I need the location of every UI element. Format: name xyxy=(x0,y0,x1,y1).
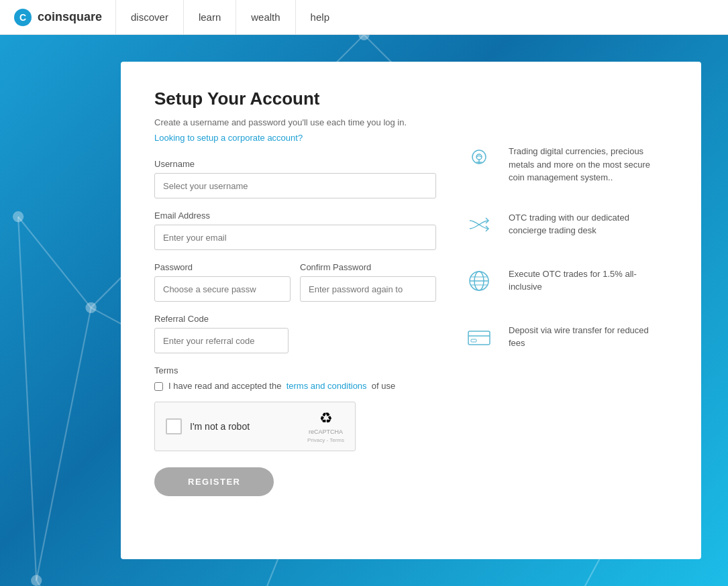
signup-card: Setup Your Account Create a username and… xyxy=(121,62,701,559)
svg-text:C: C xyxy=(19,12,26,23)
terms-conditions-link[interactable]: terms and conditions xyxy=(287,381,367,391)
feature-deposit: Deposit via wire transfer for reduced fe… xyxy=(463,321,664,353)
svg-line-19 xyxy=(18,217,36,581)
recaptcha-label: I'm not a robot xyxy=(190,421,299,432)
nav-discover[interactable]: discover xyxy=(115,0,183,34)
logo[interactable]: C coinsquare xyxy=(13,8,102,27)
corporate-account-link[interactable]: Looking to setup a corporate account? xyxy=(154,133,436,143)
recaptcha-widget[interactable]: I'm not a robot ♻ reCAPTCHA Privacy - Te… xyxy=(154,402,356,451)
features-section: Trading digital currencies, precious met… xyxy=(436,89,664,532)
svg-point-23 xyxy=(85,302,96,313)
feature-shuffle-icon xyxy=(463,209,495,241)
form-section: Setup Your Account Create a username and… xyxy=(154,89,436,532)
email-field-group: Email Address xyxy=(154,211,436,250)
feature-otc-execute: Execute OTC trades for 1.5% all-inclusiv… xyxy=(463,265,664,297)
svg-point-22 xyxy=(358,35,369,40)
svg-rect-45 xyxy=(468,331,490,345)
password-group: Password xyxy=(154,262,291,302)
svg-rect-47 xyxy=(471,339,476,342)
svg-point-25 xyxy=(31,575,42,586)
feature-otc-trading-text: OTC trading with our dedicated concierge… xyxy=(509,209,664,237)
recaptcha-brand: reCAPTCHA xyxy=(309,428,343,436)
email-label: Email Address xyxy=(154,211,436,221)
referral-label: Referral Code xyxy=(154,314,436,324)
logo-icon: C xyxy=(13,8,32,27)
feature-security-text: Trading digital currencies, precious met… xyxy=(509,142,664,184)
recaptcha-logo: ♻ reCAPTCHA Privacy - Terms xyxy=(307,410,344,443)
feature-security-icon xyxy=(463,142,495,174)
nav-learn[interactable]: learn xyxy=(183,0,236,34)
feature-security: Trading digital currencies, precious met… xyxy=(463,142,664,184)
username-label: Username xyxy=(154,159,436,169)
username-field-group: Username xyxy=(154,159,436,198)
email-input[interactable] xyxy=(154,225,436,250)
feature-otc-execute-text: Execute OTC trades for 1.5% all-inclusiv… xyxy=(509,265,664,294)
svg-line-4 xyxy=(36,308,91,581)
referral-field-group: Referral Code xyxy=(154,314,436,353)
recaptcha-privacy: Privacy - Terms xyxy=(307,437,344,443)
feature-otc-trading: OTC trading with our dedicated concierge… xyxy=(463,209,664,241)
main-content: Setup Your Account Create a username and… xyxy=(0,35,728,586)
username-input[interactable] xyxy=(154,173,436,198)
nav-wealth[interactable]: wealth xyxy=(236,0,295,34)
svg-point-34 xyxy=(13,211,23,222)
referral-input[interactable] xyxy=(154,328,289,353)
terms-text: I have read and accepted the terms and c… xyxy=(168,381,395,391)
terms-section: Terms I have read and accepted the terms… xyxy=(154,365,436,391)
terms-checkbox[interactable] xyxy=(154,382,163,391)
svg-line-7 xyxy=(36,581,182,586)
recaptcha-checkbox[interactable] xyxy=(166,418,182,434)
feature-deposit-text: Deposit via wire transfer for reduced fe… xyxy=(509,321,664,350)
header: C coinsquare discover learn wealth help xyxy=(0,0,728,35)
password-input[interactable] xyxy=(154,276,291,302)
page-title: Setup Your Account xyxy=(154,89,436,109)
register-button[interactable]: REGISTER xyxy=(154,467,274,496)
confirm-password-group: Confirm Password xyxy=(300,262,436,302)
terms-checkbox-row: I have read and accepted the terms and c… xyxy=(154,381,436,391)
feature-globe-icon xyxy=(463,265,495,297)
svg-line-18 xyxy=(18,217,91,308)
password-label: Password xyxy=(154,262,291,272)
logo-text: coinsquare xyxy=(38,10,102,24)
feature-card-icon xyxy=(463,321,495,353)
terms-section-label: Terms xyxy=(154,365,436,375)
form-subtitle: Create a username and password you'll us… xyxy=(154,117,436,127)
confirm-password-label: Confirm Password xyxy=(300,262,436,272)
nav-help[interactable]: help xyxy=(295,0,344,34)
password-row: Password Confirm Password xyxy=(154,262,436,302)
main-nav: discover learn wealth help xyxy=(115,0,344,34)
confirm-password-input[interactable] xyxy=(300,276,436,302)
recaptcha-icon: ♻ xyxy=(319,410,333,427)
